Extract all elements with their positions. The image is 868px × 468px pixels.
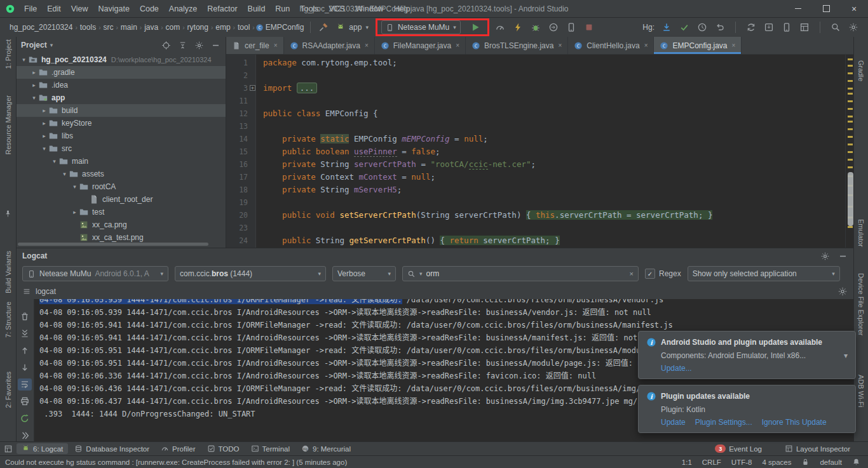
- history-button[interactable]: [694, 20, 710, 35]
- run-configuration-selector[interactable]: app ▾: [332, 20, 373, 35]
- menu-build[interactable]: Build: [243, 3, 271, 15]
- layout-inspector-button[interactable]: [796, 20, 813, 35]
- warning-stripe-mark[interactable]: [848, 128, 853, 130]
- warning-stripe-mark[interactable]: [848, 93, 853, 95]
- tree-item-build[interactable]: ▸build: [16, 104, 226, 117]
- menu-view[interactable]: View: [66, 3, 93, 15]
- tree-item-idea[interactable]: ▸.idea: [16, 79, 226, 91]
- tool-window-button-event-log[interactable]: 3Event Log: [710, 443, 767, 454]
- log-line[interactable]: 04-08 09:16:05.941 1444-1471/com.ccic.br…: [39, 319, 854, 331]
- code-line-13[interactable]: 13: [226, 120, 854, 133]
- tool-window-button-1-project[interactable]: 1: Project: [0, 39, 16, 69]
- editor-scrollbar[interactable]: [848, 172, 853, 226]
- restart-button[interactable]: [18, 413, 32, 425]
- sdk-manager-button[interactable]: [761, 20, 777, 35]
- tool-window-button-database-inspector[interactable]: Database Inspector: [69, 443, 154, 454]
- settings-gear-button[interactable]: [845, 20, 862, 35]
- warning-stripe-mark[interactable]: [848, 72, 853, 74]
- tool-window-button-device-file-explorer[interactable]: Device File Explorer: [854, 273, 868, 335]
- soft-wrap-button[interactable]: [18, 378, 32, 391]
- code-editor[interactable]: 1package com.rytong.emp.tool;23+import .…: [226, 55, 854, 248]
- tool-window-button-adb-wi-fi[interactable]: ADB Wi-Fi: [854, 375, 868, 407]
- code-line-15[interactable]: 15 public boolean usePinner = false;: [226, 145, 854, 158]
- menu-run[interactable]: Run: [270, 3, 295, 15]
- collapse-all-icon[interactable]: [178, 41, 187, 50]
- tree-item-test[interactable]: ▸test: [16, 206, 226, 218]
- update-project-button[interactable]: [658, 20, 675, 35]
- tree-item-client-root-der[interactable]: client_root_der: [16, 193, 226, 206]
- tree-item-gradle[interactable]: ▸.gradle: [16, 66, 226, 79]
- tool-window-button-gradle[interactable]: Gradle: [854, 60, 868, 81]
- code-line-18[interactable]: 18 private String mServerH5;: [226, 184, 854, 196]
- tab-rsaadapter-java[interactable]: CRSAAdapter.java×: [284, 37, 375, 54]
- window-switcher-icon[interactable]: [4, 445, 13, 453]
- minimize-button[interactable]: [784, 0, 812, 18]
- logcat-level-selector[interactable]: Verbose ▾: [332, 266, 396, 281]
- breadcrumb-java[interactable]: java: [142, 23, 160, 32]
- sync-gradle-button[interactable]: [743, 20, 759, 35]
- build-button[interactable]: [315, 20, 332, 35]
- pin-icon[interactable]: [4, 210, 12, 218]
- tool-window-button-9-mercurial[interactable]: Hg9: Mercurial: [296, 443, 356, 454]
- up-stack-button[interactable]: [18, 345, 32, 357]
- tree-item-rootca[interactable]: ▾rootCA: [16, 180, 226, 193]
- scroll-to-end-button[interactable]: [18, 328, 32, 340]
- warning-stripe-mark[interactable]: [848, 65, 853, 67]
- settings-gear-icon[interactable]: [194, 41, 204, 50]
- breadcrumb-empconfig[interactable]: EMPConfig: [264, 23, 306, 32]
- breadcrumb-tools[interactable]: tools: [78, 23, 98, 32]
- tool-window-button-layout-inspector[interactable]: Layout Inspector: [780, 443, 855, 454]
- lock-icon[interactable]: [801, 458, 810, 466]
- tool-window-button-profiler[interactable]: Profiler: [156, 443, 200, 454]
- tree-collapse-arrow-icon[interactable]: ▾: [40, 145, 48, 152]
- warning-stripe-mark[interactable]: [848, 116, 853, 117]
- warning-stripe-mark[interactable]: [848, 80, 853, 82]
- code-line-12[interactable]: 12public class EMPConfig {: [226, 107, 854, 120]
- menu-code[interactable]: Code: [135, 3, 164, 15]
- hide-panel-icon[interactable]: [211, 41, 220, 50]
- tree-item-keystore[interactable]: ▸keyStore: [16, 117, 226, 130]
- breadcrumb-hg-poc-20210324[interactable]: hg_poc_20210324: [8, 23, 74, 32]
- avd-manager-button[interactable]: [778, 20, 795, 35]
- menu-analyze[interactable]: Analyze: [164, 3, 202, 15]
- close-button[interactable]: ×: [840, 0, 868, 18]
- regex-option[interactable]: ✓ Regex: [645, 269, 681, 279]
- commit-button[interactable]: [676, 20, 693, 35]
- notification-link-update[interactable]: Update...: [661, 364, 692, 373]
- chevron-down-icon[interactable]: ▾: [50, 42, 53, 48]
- tree-expand-arrow-icon[interactable]: ▸: [71, 209, 79, 215]
- code-line-23[interactable]: 23: [226, 222, 854, 234]
- tree-collapse-arrow-icon[interactable]: ▾: [71, 184, 79, 190]
- collapse-chevron-icon[interactable]: ▾: [844, 351, 848, 360]
- tool-window-button-resource-manager[interactable]: Resource Manager: [0, 95, 16, 155]
- tree-expand-arrow-icon[interactable]: ▸: [30, 82, 38, 88]
- clear-log-button[interactable]: [18, 311, 32, 323]
- log-line[interactable]: 04-08 09:16:05.939 1444-1471/com.ccic.br…: [39, 306, 854, 319]
- settings-gear-icon[interactable]: [820, 251, 830, 261]
- device-selector[interactable]: Netease MuMu ▾: [381, 20, 461, 34]
- tree-expand-arrow-icon[interactable]: ▸: [40, 120, 48, 126]
- maximize-button[interactable]: [812, 0, 840, 18]
- tab-cer-file[interactable]: cer_file×: [226, 37, 284, 54]
- project-panel-title[interactable]: Project: [21, 41, 47, 50]
- tree-item-hg-poc-20210324[interactable]: ▾hg_poc_20210324D:\workplace\hg_poc_2021…: [16, 53, 226, 66]
- warning-stripe-mark[interactable]: [848, 100, 853, 102]
- logcat-process-selector[interactable]: com.ccic.bros (1444) ▾: [175, 266, 326, 281]
- menu-edit[interactable]: Edit: [42, 3, 66, 15]
- menu-navigate[interactable]: Navigate: [93, 3, 135, 15]
- code-line-11[interactable]: 11: [226, 95, 854, 107]
- code-line-20[interactable]: 20 public void setServerCrtPath(String s…: [226, 209, 854, 222]
- tree-item-src[interactable]: ▾src: [16, 142, 226, 155]
- tree-item-xx-ca-test-png[interactable]: xx_ca_test.png: [16, 231, 226, 244]
- tab-empconfig-java[interactable]: CEMPConfig.java×: [654, 37, 742, 54]
- tree-expand-arrow-icon[interactable]: ▸: [30, 69, 38, 76]
- warning-stripe-mark[interactable]: [848, 121, 853, 123]
- search-small-icon[interactable]: [407, 270, 416, 278]
- search-everywhere-button[interactable]: [827, 20, 844, 35]
- tree-item-xx-ca-png[interactable]: xx_ca.png: [16, 218, 226, 231]
- tree-item-app[interactable]: ▾app: [16, 91, 226, 104]
- code-line-2[interactable]: 2: [226, 69, 854, 82]
- tree-collapse-arrow-icon[interactable]: ▾: [20, 57, 28, 63]
- breadcrumb-main[interactable]: main: [119, 23, 139, 32]
- breadcrumb-com[interactable]: com: [164, 23, 182, 32]
